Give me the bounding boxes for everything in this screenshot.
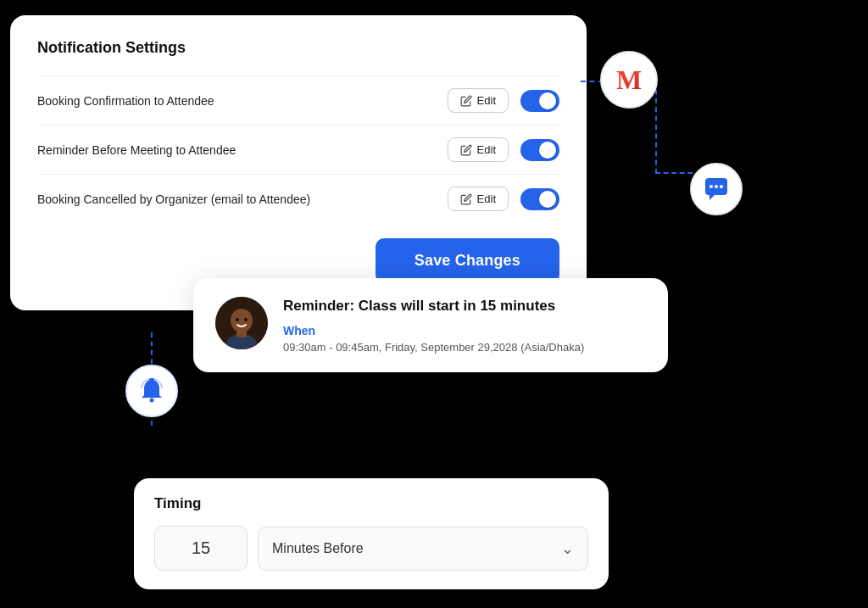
toggle-booking-cancelled[interactable] bbox=[520, 188, 559, 210]
toggle-reminder-meeting[interactable] bbox=[520, 139, 559, 161]
notif-row-booking-confirmation: Booking Confirmation to Attendee Edit bbox=[37, 75, 559, 125]
pencil-icon-2 bbox=[460, 144, 472, 156]
reminder-content: Reminder: Class will start in 15 minutes… bbox=[283, 297, 584, 354]
timing-title: Timing bbox=[154, 495, 588, 512]
timing-dropdown[interactable]: Minutes Before ⌄ bbox=[258, 527, 588, 571]
save-btn-row: Save Changes bbox=[37, 238, 559, 283]
svg-point-5 bbox=[150, 399, 154, 403]
timing-card: Timing 15 Minutes Before ⌄ bbox=[134, 478, 609, 589]
bell-icon bbox=[137, 377, 166, 405]
svg-point-2 bbox=[709, 185, 713, 188]
svg-point-12 bbox=[244, 318, 248, 321]
svg-marker-1 bbox=[709, 195, 715, 200]
svg-rect-10 bbox=[236, 329, 247, 337]
timing-dropdown-label: Minutes Before bbox=[272, 541, 364, 556]
svg-point-3 bbox=[715, 185, 718, 188]
notif-actions-booking: Edit bbox=[448, 88, 559, 113]
edit-button-booking-cancelled[interactable]: Edit bbox=[448, 187, 509, 211]
notif-label-reminder-meeting: Reminder Before Meeting to Attendee bbox=[37, 143, 236, 157]
notif-label-booking-confirmation: Booking Confirmation to Attendee bbox=[37, 94, 214, 108]
avatar bbox=[215, 297, 268, 349]
notification-settings-card: Notification Settings Booking Confirmati… bbox=[10, 15, 587, 310]
notif-label-booking-cancelled: Booking Cancelled by Organizer (email to… bbox=[37, 192, 310, 206]
pencil-icon bbox=[460, 95, 472, 107]
notif-actions-reminder: Edit bbox=[448, 137, 559, 162]
chat-icon-circle bbox=[690, 163, 743, 215]
notif-row-reminder-meeting: Reminder Before Meeting to Attendee Edit bbox=[37, 125, 559, 174]
gmail-m-letter: M bbox=[616, 64, 642, 96]
bell-icon-circle bbox=[125, 365, 178, 417]
toggle-booking-confirmation[interactable] bbox=[520, 90, 559, 112]
reminder-time: 09:30am - 09:45am, Friday, September 29,… bbox=[283, 341, 584, 354]
reminder-title: Reminder: Class will start in 15 minutes bbox=[283, 297, 584, 315]
svg-point-11 bbox=[236, 318, 239, 321]
notification-settings-title: Notification Settings bbox=[37, 39, 559, 57]
timing-row: 15 Minutes Before ⌄ bbox=[154, 526, 588, 571]
edit-button-reminder-meeting[interactable]: Edit bbox=[448, 137, 509, 162]
save-changes-button[interactable]: Save Changes bbox=[376, 238, 559, 283]
notif-actions-cancelled: Edit bbox=[448, 187, 559, 211]
svg-point-4 bbox=[720, 185, 723, 188]
timing-number-input[interactable]: 15 bbox=[154, 526, 248, 571]
pencil-icon-3 bbox=[460, 193, 472, 205]
svg-point-8 bbox=[231, 309, 253, 332]
edit-button-booking-confirmation[interactable]: Edit bbox=[448, 88, 509, 113]
dashed-connector-vertical-1 bbox=[655, 81, 657, 174]
notif-row-booking-cancelled: Booking Cancelled by Organizer (email to… bbox=[37, 174, 559, 223]
avatar-svg bbox=[215, 297, 268, 349]
chat-bubble-icon bbox=[703, 176, 730, 203]
gmail-icon-circle: M bbox=[600, 51, 658, 109]
reminder-when-label: When bbox=[283, 324, 584, 337]
reminder-notification-card: Reminder: Class will start in 15 minutes… bbox=[193, 278, 668, 372]
chevron-down-icon: ⌄ bbox=[561, 539, 574, 558]
